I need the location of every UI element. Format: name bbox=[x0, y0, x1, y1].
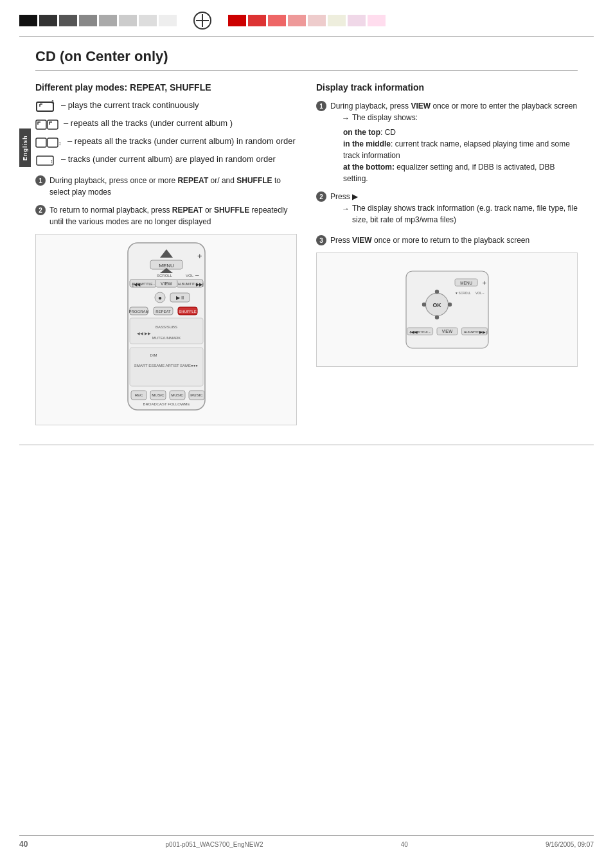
icon-row-repeat-shuffle: ↕ – repeats all the tracks (under curren… bbox=[35, 136, 297, 149]
svg-text:↕: ↕ bbox=[50, 158, 53, 164]
svg-text:VOL –: VOL – bbox=[475, 292, 484, 295]
svg-text:MENU: MENU bbox=[460, 281, 472, 285]
svg-text:MUSIC: MUSIC bbox=[190, 393, 203, 397]
page-title: CD (on Center only) bbox=[35, 48, 578, 71]
cs-block bbox=[288, 15, 306, 26]
remote-image-left: + MENU SCROLL VOL – ALBUM/TITLE - |◀◀ bbox=[35, 234, 297, 425]
repeat-all-icon bbox=[35, 118, 58, 131]
svg-text:SMART ES: SMART ES bbox=[134, 364, 153, 368]
svg-rect-5 bbox=[48, 138, 58, 147]
svg-text:▶▶|: ▶▶| bbox=[479, 330, 486, 334]
crosshair-icon bbox=[193, 12, 211, 30]
svg-text:SAME ARTIST: SAME ARTIST bbox=[154, 364, 179, 368]
svg-text:VIEW: VIEW bbox=[161, 281, 172, 286]
left-step-1-text: During playback, press once or more REPE… bbox=[49, 175, 297, 198]
svg-text:DIM: DIM bbox=[150, 353, 157, 357]
arrow-symbol-2: → bbox=[342, 203, 350, 215]
color-strip-right bbox=[228, 15, 386, 26]
right-column: Display track information 1 During playb… bbox=[316, 82, 578, 432]
cs-block bbox=[228, 15, 246, 26]
svg-text:▶▶|: ▶▶| bbox=[196, 282, 204, 287]
cs-block bbox=[139, 15, 157, 26]
footer-right-text: 9/16/2005, 09:07 bbox=[546, 841, 594, 848]
svg-text:↕: ↕ bbox=[58, 140, 62, 146]
repeat-single-icon: 1 bbox=[35, 100, 56, 113]
repeat-all-text: – repeats all the tracks (under current … bbox=[64, 118, 233, 128]
right-step-number-3: 3 bbox=[316, 235, 326, 245]
right-step-1-text: During playback, press VIEW once or more… bbox=[330, 100, 578, 184]
svg-text:OK: OK bbox=[432, 302, 441, 308]
svg-text:●: ● bbox=[157, 294, 161, 301]
cs-block bbox=[19, 15, 37, 26]
svg-text:|◀◀: |◀◀ bbox=[132, 282, 141, 287]
right-step-2: 2 Press ▶ → The display shows track info… bbox=[316, 191, 578, 228]
svg-text:BASS/SUBS: BASS/SUBS bbox=[155, 325, 177, 329]
footer-left-text: p001-p051_WACS700_EngNEW2 bbox=[166, 841, 263, 848]
svg-text:REPEAT: REPEAT bbox=[155, 310, 171, 314]
right-step-number-2: 2 bbox=[316, 191, 326, 202]
svg-rect-4 bbox=[36, 138, 46, 147]
cs-block bbox=[328, 15, 346, 26]
display-info: on the top: CD in the middle: current tr… bbox=[343, 127, 578, 184]
svg-text:+: + bbox=[197, 251, 202, 261]
in-middle-row: in the middle: current track name, elaps… bbox=[343, 138, 578, 161]
icon-row-repeat-all: – repeats all the tracks (under current … bbox=[35, 118, 297, 131]
arrow-display-shows: → The display shows: bbox=[342, 112, 578, 124]
svg-text:PROGRAM: PROGRAM bbox=[129, 310, 148, 314]
on-top-row: on the top: CD bbox=[343, 127, 578, 138]
track-info-text: The display shows track information (e.g… bbox=[352, 202, 578, 226]
svg-text:REC: REC bbox=[134, 393, 143, 397]
left-step-1: 1 During playback, press once or more RE… bbox=[35, 175, 297, 198]
repeat-shuffle-text: – repeats all the tracks (under current … bbox=[67, 136, 296, 146]
left-column: Different play modes: REPEAT, SHUFFLE 1 … bbox=[35, 82, 297, 432]
top-bar bbox=[0, 0, 613, 30]
shuffle-only-icon: ↕ bbox=[35, 154, 56, 167]
remote-svg-right: OK + MENU ▼ SCROLL VOL – bbox=[396, 258, 499, 361]
side-tab: English bbox=[19, 128, 31, 167]
step-number-2: 2 bbox=[35, 205, 46, 215]
main-content: CD (on Center only) Different play modes… bbox=[0, 37, 613, 445]
right-step-3: 3 Press VIEW once or more to return to t… bbox=[316, 235, 578, 246]
left-step-2: 2 To return to normal playback, press RE… bbox=[35, 204, 297, 227]
svg-text:|◀◀: |◀◀ bbox=[410, 330, 417, 334]
display-shows-text: The display shows: bbox=[352, 112, 418, 123]
page-number: 40 bbox=[19, 840, 28, 849]
svg-text:SCROLL: SCROLL bbox=[458, 292, 471, 295]
cs-block bbox=[348, 15, 366, 26]
left-step-2-text: To return to normal playback, press REPE… bbox=[49, 204, 297, 227]
svg-text:SHUFFLE: SHUFFLE bbox=[179, 310, 196, 314]
right-step-2-text: Press ▶ → The display shows track inform… bbox=[330, 191, 578, 228]
svg-text:▼: ▼ bbox=[455, 292, 458, 295]
svg-text:+: + bbox=[482, 279, 486, 287]
arrow-symbol: → bbox=[342, 112, 350, 124]
two-column-layout: Different play modes: REPEAT, SHUFFLE 1 … bbox=[35, 82, 578, 432]
right-step-number-1: 1 bbox=[316, 101, 326, 111]
icon-row-shuffle-only: ↕ – tracks (under current album) are pla… bbox=[35, 154, 297, 167]
step-number-1: 1 bbox=[35, 175, 46, 186]
shuffle-only-text: – tracks (under current album) are playe… bbox=[61, 154, 276, 164]
svg-text:–: – bbox=[195, 271, 199, 278]
svg-text:▶ II: ▶ II bbox=[175, 295, 184, 301]
cs-block bbox=[59, 15, 77, 26]
footer: 40 p001-p051_WACS700_EngNEW2 40 9/16/200… bbox=[19, 835, 594, 849]
svg-text:MUSIC: MUSIC bbox=[152, 393, 164, 397]
cs-block bbox=[39, 15, 57, 26]
cs-block bbox=[368, 15, 386, 26]
bottom-rule bbox=[19, 445, 594, 445]
svg-text:VOL: VOL bbox=[186, 274, 194, 278]
svg-text:MENU: MENU bbox=[159, 263, 174, 269]
repeat-shuffle-icon: ↕ bbox=[35, 136, 62, 149]
cs-block bbox=[159, 15, 177, 26]
arrow-track-info: → The display shows track information (e… bbox=[342, 202, 578, 226]
svg-point-57 bbox=[434, 290, 438, 294]
svg-rect-36 bbox=[130, 318, 203, 344]
svg-point-58 bbox=[434, 315, 438, 319]
svg-text:MUTE/UNMARK: MUTE/UNMARK bbox=[152, 336, 181, 340]
svg-text:◀◀ ▶▶: ◀◀ ▶▶ bbox=[137, 332, 151, 335]
svg-text:MUSIC: MUSIC bbox=[171, 393, 184, 397]
remote-svg-left: + MENU SCROLL VOL – ALBUM/TITLE - |◀◀ bbox=[109, 240, 224, 420]
remote-image-right: OK + MENU ▼ SCROLL VOL – bbox=[316, 252, 578, 367]
svg-text:1: 1 bbox=[51, 100, 55, 105]
cs-block bbox=[79, 15, 97, 26]
cs-block bbox=[308, 15, 326, 26]
